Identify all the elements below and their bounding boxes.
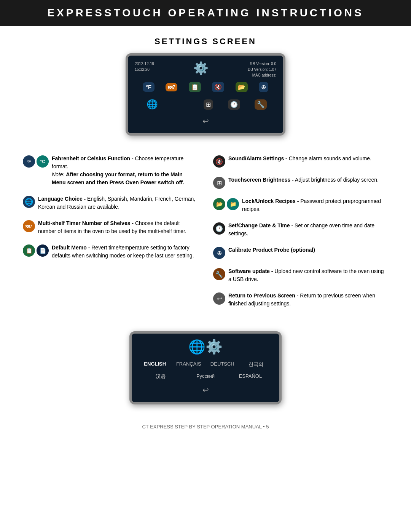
lang-deutsch[interactable]: DEUTSCH bbox=[208, 361, 237, 368]
language-device-screen: 🌐⚙️ ENGLISH FRANÇAIS DEUTSCH 한국의 汉语 Русс… bbox=[129, 331, 282, 404]
memo-icon-2: 📄 bbox=[37, 244, 49, 257]
calibrate-label: Calibrate Product Probe (optional) bbox=[228, 247, 315, 253]
globe-feature-icon: 🌐 bbox=[23, 196, 35, 208]
screen-header: 2012-12-1915:32:20 ⚙️ RB Version: 0.0DB … bbox=[135, 61, 276, 78]
set-date-time-label: Set/Change Date & Time - bbox=[228, 222, 293, 228]
fahrenheit-celsius-icons: °F °C bbox=[23, 155, 49, 168]
feature-set-date-time: 🕐 Set/Change Date & Time - Set or change… bbox=[213, 222, 388, 238]
software-update-text: Software update - Upload new control sof… bbox=[228, 267, 388, 283]
footer-text: CT EXPRESS STEP BY STEP OPERATION MANUAL… bbox=[142, 424, 269, 430]
page-footer: CT EXPRESS STEP BY STEP OPERATION MANUAL… bbox=[0, 416, 411, 437]
feature-software-update: 🔧 Software update - Upload new control s… bbox=[213, 267, 388, 283]
feature-default-memo: 📋 📄 Default Memo - Revert time/temperatu… bbox=[23, 244, 198, 260]
default-memo-text: Default Memo - Revert time/temperature s… bbox=[52, 244, 198, 260]
feature-sound-alarm: 🔇 Sound/Alarm Settings - Change alarm so… bbox=[213, 155, 388, 168]
screen-icon-fahrenheit[interactable]: °F bbox=[143, 82, 155, 92]
language-label: Language Choice - bbox=[38, 196, 86, 202]
return-label: Return to Previous Screen - bbox=[228, 292, 298, 299]
software-update-icons: 🔧 bbox=[213, 268, 225, 280]
screen-icon-datetime[interactable]: 🕐 bbox=[228, 99, 240, 110]
feature-touchscreen-brightness: ⊞ Touchscreen Brightness - Adjust bright… bbox=[213, 176, 388, 189]
default-memo-icons: 📋 📄 bbox=[23, 244, 49, 257]
screen-icon-brightness[interactable]: ⊞ bbox=[204, 99, 213, 110]
multishelf-text: Multi-shelf Timer Number of Shelves - Ch… bbox=[38, 219, 198, 235]
screen-icon-globe[interactable]: 🌐 bbox=[144, 97, 160, 111]
lang-grid-row2: 汉语 Русский ESPAÑOL bbox=[141, 373, 270, 380]
device-screen-wrapper: 2012-12-1915:32:20 ⚙️ RB Version: 0.0DB … bbox=[0, 53, 411, 136]
content-area: °F °C Fahrenheit or Celsius Function - C… bbox=[0, 151, 411, 320]
language-text: Language Choice - English, Spanish, Mand… bbox=[38, 195, 198, 211]
fahrenheit-celsius-text: Fahrenheit or Celsius Function - Choose … bbox=[52, 155, 198, 187]
screen-icon-memo[interactable]: 📋 bbox=[189, 82, 201, 92]
calibrate-text: Calibrate Product Probe (optional) bbox=[228, 246, 315, 254]
sound-alarm-text: Sound/Alarm Settings - Change alarm soun… bbox=[228, 155, 371, 163]
feature-multishelf: 🍽7 Multi-shelf Timer Number of Shelves -… bbox=[23, 219, 198, 235]
clock-feature-icon: 🕐 bbox=[213, 222, 225, 235]
software-update-label: Software update - bbox=[228, 268, 273, 274]
memo-icon-1: 📋 bbox=[23, 244, 35, 257]
screen-version: RB Version: 0.0DB Version: 1.07MAC addre… bbox=[248, 61, 276, 78]
fahrenheit-note-bold: After choosing your format, return to th… bbox=[52, 171, 184, 185]
screen-icon-calibrate[interactable]: ⊕ bbox=[259, 82, 268, 92]
feature-language: 🌐 Language Choice - English, Spanish, Ma… bbox=[23, 195, 198, 211]
screen-icon-sound[interactable]: 🔇 bbox=[212, 82, 224, 92]
multishelf-icons: 🍽7 bbox=[23, 220, 35, 232]
left-column: °F °C Fahrenheit or Celsius Function - C… bbox=[23, 155, 198, 316]
lang-russian[interactable]: Русский bbox=[186, 373, 225, 380]
brightness-feature-icon: ⊞ bbox=[213, 177, 225, 189]
brightness-label: Touchscreen Brightness - bbox=[228, 177, 294, 183]
calibrate-feature-icon: ⊕ bbox=[213, 247, 225, 259]
screen-bottom-row: ↩ bbox=[135, 117, 276, 126]
lock-icon-2: 📁 bbox=[227, 198, 239, 210]
screen-icon-software[interactable]: 🔧 bbox=[255, 99, 267, 110]
settings-device-screen: 2012-12-1915:32:20 ⚙️ RB Version: 0.0DB … bbox=[126, 53, 285, 136]
lang-screen-globe-icon: 🌐⚙️ bbox=[188, 339, 223, 355]
screen-center-gear-icon: ⚙️ bbox=[193, 61, 209, 75]
screen-icons-row-2: 🌐 ⊞ 🕐 🔧 bbox=[135, 97, 276, 111]
feature-return: ↩ Return to Previous Screen - Return to … bbox=[213, 292, 388, 308]
lang-korean[interactable]: 한국의 bbox=[242, 361, 271, 368]
language-screen-wrapper: 🌐⚙️ ENGLISH FRANÇAIS DEUTSCH 한국의 汉语 Русс… bbox=[0, 331, 411, 404]
sound-feature-icon: 🔇 bbox=[213, 155, 225, 168]
return-text: Return to Previous Screen - Return to pr… bbox=[228, 292, 388, 308]
lock-icon-1: 📂 bbox=[213, 198, 225, 210]
return-feature-icon: ↩ bbox=[213, 292, 225, 305]
lang-chinese[interactable]: 汉语 bbox=[141, 373, 180, 380]
lang-screen-header: 🌐⚙️ bbox=[141, 339, 270, 355]
lang-spanish[interactable]: ESPAÑOL bbox=[231, 373, 270, 380]
multishelf-label: Multi-shelf Timer Number of Shelves - bbox=[38, 220, 134, 226]
screen-icons-row-1: °F 🍽7 📋 🔇 📂 ⊕ bbox=[135, 82, 276, 92]
default-memo-label: Default Memo - bbox=[52, 244, 90, 251]
brightness-icons: ⊞ bbox=[213, 177, 225, 189]
lang-back-icon[interactable]: ↩ bbox=[202, 385, 209, 395]
lang-grid-row1: ENGLISH FRANÇAIS DEUTSCH 한국의 bbox=[141, 361, 270, 368]
brightness-text: Touchscreen Brightness - Adjust brightne… bbox=[228, 176, 379, 184]
screen-icon-shelf[interactable]: 🍽7 bbox=[166, 83, 177, 91]
screen-datetime: 2012-12-1915:32:20 bbox=[135, 61, 154, 72]
feature-lock-unlock: 📂 📁 Lock/Unlock Recipes - Password prote… bbox=[213, 197, 388, 213]
feature-calibrate: ⊕ Calibrate Product Probe (optional) bbox=[213, 246, 388, 259]
lock-unlock-text: Lock/Unlock Recipes - Password protect p… bbox=[242, 197, 388, 213]
set-date-time-text: Set/Change Date & Time - Set or change o… bbox=[228, 222, 388, 238]
sound-alarm-icons: 🔇 bbox=[213, 155, 225, 168]
fahrenheit-icon: °F bbox=[23, 155, 35, 168]
return-icons: ↩ bbox=[213, 292, 225, 305]
celsius-icon: °C bbox=[37, 155, 49, 168]
lang-francais[interactable]: FRANÇAIS bbox=[175, 361, 203, 368]
fahrenheit-note-italic: Note: bbox=[52, 171, 64, 177]
lang-english[interactable]: ENGLISH bbox=[141, 361, 169, 368]
lang-back-row: ↩ bbox=[141, 385, 270, 395]
calibrate-icons: ⊕ bbox=[213, 247, 225, 259]
page-header: EXPRESSTOUCH OPERATING INSTRUCTIONS bbox=[0, 0, 411, 26]
set-date-time-icons: 🕐 bbox=[213, 222, 225, 235]
shelf-feature-icon: 🍽7 bbox=[23, 220, 35, 232]
lock-unlock-label: Lock/Unlock Recipes - bbox=[242, 198, 299, 204]
feature-fahrenheit-celsius: °F °C Fahrenheit or Celsius Function - C… bbox=[23, 155, 198, 187]
fahrenheit-celsius-label: Fahrenheit or Celsius Function - bbox=[52, 155, 134, 161]
screen-back-icon[interactable]: ↩ bbox=[202, 117, 209, 126]
header-title: EXPRESSTOUCH OPERATING INSTRUCTIONS bbox=[0, 7, 411, 19]
sound-alarm-label: Sound/Alarm Settings - bbox=[228, 155, 287, 161]
lock-unlock-icons: 📂 📁 bbox=[213, 198, 239, 210]
screen-icon-lock[interactable]: 📂 bbox=[236, 82, 248, 92]
right-column: 🔇 Sound/Alarm Settings - Change alarm so… bbox=[213, 155, 388, 316]
